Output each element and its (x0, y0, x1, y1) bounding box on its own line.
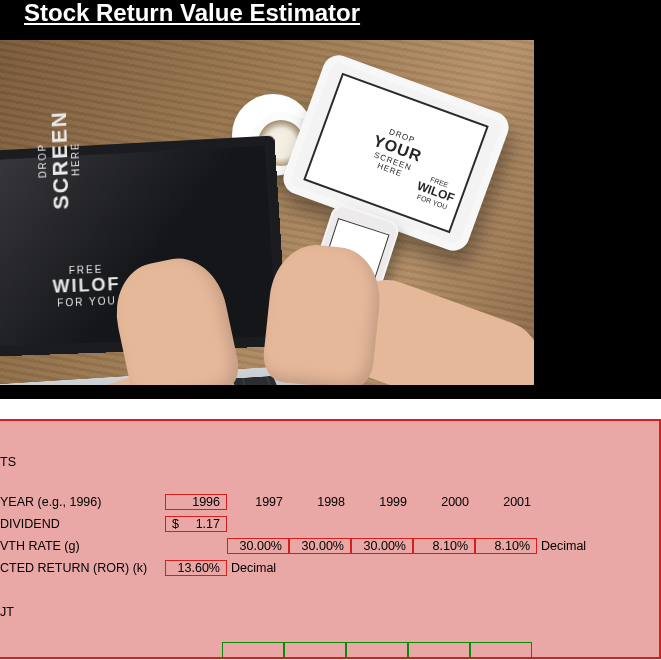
output-cell-3 (346, 642, 408, 658)
output-cell-4 (408, 642, 470, 658)
cell-year-1: 1997 (227, 495, 289, 509)
input-growth-4[interactable]: 8.10% (413, 538, 475, 554)
lap-l2: SCREEN (47, 110, 72, 210)
input-ror[interactable]: 13.60% (165, 560, 227, 576)
section-output: JT (0, 601, 659, 623)
section-inputs: TS (0, 451, 659, 473)
row-ror: CTED RETURN (ROR) (k) 13.60% Decimal (0, 557, 659, 579)
input-dividend[interactable]: $ 1.17 (165, 516, 227, 532)
label-dividend: DIVIDEND (0, 517, 165, 531)
cell-year-5: 2001 (475, 495, 537, 509)
laptop-overlay-2: FREE WILOF FOR YOU (52, 263, 121, 309)
hero-wrap: DROP YOUR SCREEN HERE FREE WILOF FOR YOU… (0, 36, 661, 399)
label-year: YEAR (e.g., 1996) (0, 495, 165, 509)
row-output (222, 642, 532, 658)
laptop-overlay-1: DROP SCREEN HERE (37, 110, 82, 211)
spreadsheet-panel: TS YEAR (e.g., 1996) 1996 1997 1998 1999… (0, 419, 661, 659)
input-growth-5[interactable]: 8.10% (475, 538, 537, 554)
hero-image: DROP YOUR SCREEN HERE FREE WILOF FOR YOU… (0, 40, 534, 385)
dividend-currency: $ (172, 517, 179, 531)
spacer (0, 399, 661, 419)
spacer (0, 473, 659, 491)
lap-b3: FOR YOU (53, 295, 121, 309)
header-bar: Stock Return Value Estimator (0, 0, 661, 36)
input-growth-1[interactable]: 30.00% (227, 538, 289, 554)
input-base-year[interactable]: 1996 (165, 494, 227, 510)
output-cell-2 (284, 642, 346, 658)
dividend-value: 1.17 (196, 517, 220, 531)
row-dividend: DIVIDEND $ 1.17 (0, 513, 659, 535)
label-growth: VTH RATE (g) (0, 539, 165, 553)
note-decimal-ror: Decimal (231, 561, 276, 575)
output-cell-1 (222, 642, 284, 658)
tablet-overlay-text: DROP YOUR SCREEN HERE (365, 124, 428, 183)
note-decimal-growth: Decimal (541, 539, 586, 553)
label-ror: CTED RETURN (ROR) (k) (0, 561, 165, 575)
cell-year-2: 1998 (289, 495, 351, 509)
cell-year-3: 1999 (351, 495, 413, 509)
input-growth-2[interactable]: 30.00% (289, 538, 351, 554)
spacer (0, 579, 659, 601)
page: Stock Return Value Estimator DROP YOUR S… (0, 0, 661, 660)
row-year: YEAR (e.g., 1996) 1996 1997 1998 1999 20… (0, 491, 659, 513)
output-cell-5 (470, 642, 532, 658)
row-growth: VTH RATE (g) 30.00% 30.00% 30.00% 8.10% … (0, 535, 659, 557)
page-title: Stock Return Value Estimator (24, 0, 645, 26)
cell-year-4: 2000 (413, 495, 475, 509)
input-growth-3[interactable]: 30.00% (351, 538, 413, 554)
